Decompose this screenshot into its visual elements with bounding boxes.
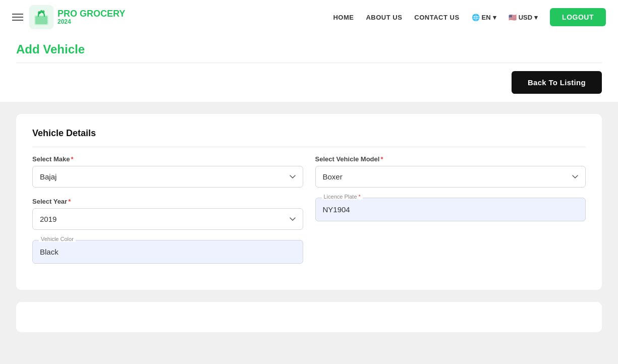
logo-icon: [29, 5, 53, 29]
currency-selector[interactable]: 🇺🇸 USD ▾: [509, 14, 538, 21]
logo-pro: PRO GROCERY: [58, 9, 125, 19]
svg-point-4: [40, 10, 42, 12]
lang-chevron-icon: ▾: [493, 14, 496, 21]
color-input-wrap: Vehicle Color: [32, 240, 303, 264]
hamburger-menu[interactable]: [12, 14, 23, 21]
logo-text: PRO GROCERY 2024: [58, 9, 125, 26]
plate-input[interactable]: [316, 198, 586, 221]
form-row-color: Vehicle Color: [32, 240, 586, 264]
navbar-right: HOME ABOUT US CONTACT US 🌐 EN ▾ 🇺🇸 USD ▾…: [333, 8, 606, 26]
form-group-make: Select Make* Bajaj Honda Yamaha Suzuki T…: [32, 155, 303, 188]
nav-home[interactable]: HOME: [333, 14, 354, 21]
year-required: *: [68, 198, 71, 205]
globe-icon: 🌐: [472, 14, 480, 21]
year-select[interactable]: 2019 2020 2021 2022 2023 2024: [32, 208, 303, 230]
model-required: *: [380, 155, 383, 163]
main-area: Vehicle Details Select Make* Bajaj Honda…: [0, 102, 618, 364]
logout-button[interactable]: LOGOUT: [550, 8, 606, 26]
page-header: Add Vehicle: [0, 34, 618, 63]
currency-chevron-icon: ▾: [534, 14, 538, 21]
year-label: Select Year*: [32, 198, 303, 205]
lang-label: EN: [482, 14, 491, 21]
svg-point-2: [38, 11, 41, 14]
currency-flag-icon: 🇺🇸: [509, 14, 517, 21]
make-select[interactable]: Bajaj Honda Yamaha Suzuki Toyota: [32, 166, 303, 188]
plate-float-label: Licence Plate *: [322, 194, 363, 200]
form-row-year-plate: Select Year* 2019 2020 2021 2022 2023 20…: [32, 198, 586, 230]
make-required: *: [71, 155, 73, 163]
nav-contact[interactable]: CONTACT US: [414, 14, 459, 21]
currency-label: USD: [519, 14, 532, 21]
form-group-color: Vehicle Color: [32, 240, 303, 264]
form-row-make-model: Select Make* Bajaj Honda Yamaha Suzuki T…: [32, 155, 586, 188]
logo: PRO GROCERY 2024: [29, 5, 125, 29]
bottom-card: [16, 302, 602, 332]
logo-year: 2024: [58, 19, 125, 25]
navbar: PRO GROCERY 2024 HOME ABOUT US CONTACT U…: [0, 0, 618, 34]
back-to-listing-button[interactable]: Back To Listing: [512, 71, 602, 94]
logo-svg: [32, 8, 50, 26]
form-group-model: Select Vehicle Model* Boxer Pulsar Aveng…: [315, 155, 586, 188]
model-select[interactable]: Boxer Pulsar Avenger Platina: [315, 166, 586, 188]
plate-required: *: [357, 194, 361, 200]
form-group-plate: Licence Plate *: [315, 198, 586, 230]
card-title: Vehicle Details: [32, 128, 586, 147]
make-label: Select Make*: [32, 155, 303, 163]
page-title: Add Vehicle: [16, 42, 602, 63]
svg-point-3: [42, 11, 45, 13]
navbar-left: PRO GROCERY 2024: [12, 5, 125, 29]
form-group-filler: [315, 240, 586, 264]
vehicle-details-card: Vehicle Details Select Make* Bajaj Honda…: [16, 114, 602, 290]
form-group-year: Select Year* 2019 2020 2021 2022 2023 20…: [32, 198, 303, 230]
nav-about[interactable]: ABOUT US: [366, 14, 402, 21]
model-label: Select Vehicle Model*: [315, 155, 586, 163]
color-input[interactable]: [33, 240, 303, 263]
plate-input-wrap: Licence Plate *: [315, 198, 586, 221]
back-listing-bar: Back To Listing: [0, 63, 618, 102]
language-selector[interactable]: 🌐 EN ▾: [472, 14, 496, 21]
svg-rect-1: [35, 16, 47, 24]
color-float-label: Vehicle Color: [39, 236, 76, 242]
